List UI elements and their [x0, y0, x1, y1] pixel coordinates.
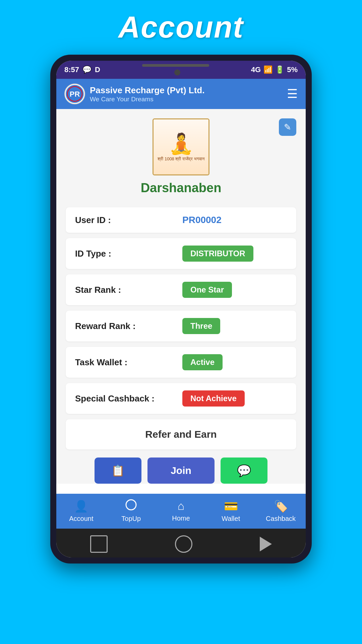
home-icon: ⌂ [178, 499, 185, 513]
profile-section: ✎ 🧘 श्री 1008 श्री राजेंद्र भगवान Darsha… [66, 118, 296, 201]
special-cashback-label: Special Cashback : [75, 393, 182, 404]
copy-icon: 📋 [111, 464, 125, 477]
edit-profile-button[interactable]: ✎ [279, 118, 296, 136]
reward-rank-badge: Three [182, 318, 220, 334]
speaker-area [142, 64, 209, 75]
phone-screen: 8:57 💬 D 4G 📶 🔋 5% [56, 61, 306, 557]
camera-dot [174, 69, 180, 75]
task-wallet-row: Task Wallet : Active [66, 347, 296, 378]
company-name: Passive Recharge (Pvt) Ltd. [90, 85, 204, 96]
status-right: 4G 📶 🔋 5% [251, 65, 298, 74]
company-tagline: We Care Your Dreams [90, 96, 204, 103]
action-buttons: 📋 Join 💬 [66, 458, 296, 484]
wallet-icon: 💳 [224, 499, 238, 513]
svg-point-4 [126, 500, 136, 510]
user-id-value: PR00002 [182, 215, 222, 225]
battery-icon: 🔋 [275, 65, 284, 74]
status-time: 8:57 [64, 65, 79, 74]
id-type-row: ID Type : DISTRIBUTOR [66, 238, 296, 269]
task-wallet-badge: Active [182, 354, 223, 370]
page-title: Account [118, 10, 244, 45]
nav-logo-area: PR Passive Recharge (Pvt) Ltd. We Care Y… [64, 84, 204, 104]
home-button[interactable] [175, 535, 192, 553]
cashback-label: Cashback [266, 515, 296, 523]
nav-item-home[interactable]: ⌂ Home [163, 499, 199, 522]
copy-button[interactable]: 📋 [95, 458, 141, 484]
nav-item-cashback[interactable]: 🏷️ Cashback [262, 499, 299, 523]
whatsapp-button[interactable]: 💬 [221, 458, 267, 484]
cashback-icon: 🏷️ [274, 499, 288, 513]
star-rank-label: Star Rank : [75, 285, 182, 295]
status-left: 8:57 💬 D [64, 65, 100, 74]
main-content: ✎ 🧘 श्री 1008 श्री राजेंद्र भगवान Darsha… [56, 109, 306, 484]
profile-photo: 🧘 श्री 1008 श्री राजेंद्र भगवान [153, 118, 209, 175]
star-rank-badge: One Star [182, 282, 232, 298]
recent-button[interactable] [260, 537, 272, 551]
account-icon: 👤 [74, 499, 88, 513]
bottom-nav: 👤 Account TopUp ⌂ Home 💳 [56, 494, 306, 529]
network-icon: 4G [251, 65, 261, 74]
topup-label: TopUp [121, 515, 141, 523]
phone-frame: 8:57 💬 D 4G 📶 🔋 5% [50, 55, 312, 564]
svg-text:PR: PR [70, 90, 80, 98]
reward-rank-label: Reward Rank : [75, 321, 182, 331]
wallet-label: Wallet [222, 515, 240, 523]
task-wallet-label: Task Wallet : [75, 357, 182, 368]
status-msg-icon: 💬 [82, 65, 92, 74]
page-wrapper: Account 8:57 💬 D 4G 📶 🔋 5% [0, 0, 362, 644]
refer-earn-text: Refer and Earn [145, 429, 217, 440]
guru-image: 🧘 [169, 132, 194, 156]
back-button[interactable] [90, 535, 108, 553]
nav-item-account[interactable]: 👤 Account [63, 499, 100, 523]
nav-item-topup[interactable]: TopUp [113, 499, 149, 523]
photo-inner: 🧘 श्री 1008 श्री राजेंद्र भगवान [154, 119, 208, 174]
status-call-icon: D [95, 65, 100, 74]
join-button[interactable]: Join [147, 458, 215, 484]
company-logo: PR [64, 84, 85, 104]
battery-percent: 5% [287, 65, 298, 74]
nav-item-wallet[interactable]: 💳 Wallet [213, 499, 249, 523]
menu-icon[interactable]: ☰ [287, 87, 298, 101]
account-label: Account [69, 515, 93, 523]
user-name: Darshanaben [141, 181, 222, 195]
signal-bars: 📶 [263, 65, 273, 74]
star-rank-row: Star Rank : One Star [66, 274, 296, 305]
join-label: Join [171, 465, 191, 476]
topup-icon [125, 499, 137, 513]
refer-earn-card[interactable]: Refer and Earn [66, 419, 296, 449]
status-bar: 8:57 💬 D 4G 📶 🔋 5% [56, 61, 306, 79]
guru-caption: श्री 1008 श्री राजेंद्र भगवान [157, 156, 205, 162]
special-cashback-badge: Not Achieve [182, 390, 245, 407]
nav-bar: PR Passive Recharge (Pvt) Ltd. We Care Y… [56, 79, 306, 109]
reward-rank-row: Reward Rank : Three [66, 311, 296, 341]
special-cashback-row: Special Cashback : Not Achieve [66, 383, 296, 414]
home-label: Home [172, 515, 190, 522]
nav-logo-text: Passive Recharge (Pvt) Ltd. We Care Your… [90, 85, 204, 103]
user-id-row: User ID : PR00002 [66, 207, 296, 233]
home-bar [56, 529, 306, 557]
id-type-badge: DISTRIBUTOR [182, 246, 253, 262]
user-id-label: User ID : [75, 215, 182, 225]
whatsapp-icon: 💬 [237, 464, 251, 477]
id-type-label: ID Type : [75, 249, 182, 259]
